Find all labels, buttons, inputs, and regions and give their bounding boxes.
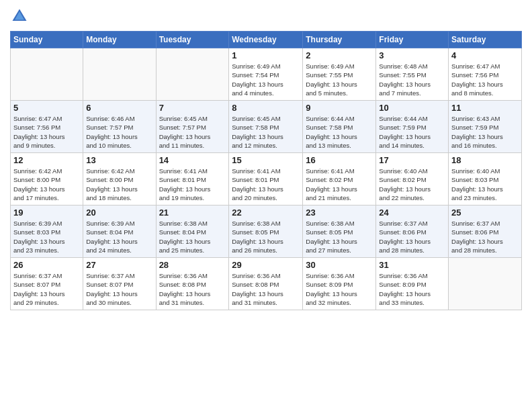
- day-number: 7: [159, 103, 226, 113]
- day-info: Sunrise: 6:38 AM Sunset: 8:05 PM Dayligh…: [306, 219, 373, 255]
- calendar-cell: 28Sunrise: 6:36 AM Sunset: 8:08 PM Dayli…: [156, 258, 229, 310]
- calendar-cell: 13Sunrise: 6:42 AM Sunset: 8:00 PM Dayli…: [83, 153, 156, 205]
- calendar-cell: 31Sunrise: 6:36 AM Sunset: 8:09 PM Dayli…: [376, 258, 449, 310]
- calendar-cell: 29Sunrise: 6:36 AM Sunset: 8:08 PM Dayli…: [229, 258, 303, 310]
- calendar-cell: 16Sunrise: 6:41 AM Sunset: 8:02 PM Dayli…: [303, 153, 376, 205]
- day-number: 1: [232, 50, 300, 60]
- calendar-cell: [83, 48, 156, 101]
- day-header-wednesday: Wednesday: [229, 32, 303, 48]
- day-header-thursday: Thursday: [303, 32, 376, 48]
- day-info: Sunrise: 6:41 AM Sunset: 8:02 PM Dayligh…: [306, 167, 373, 202]
- day-number: 29: [232, 260, 300, 270]
- page: SundayMondayTuesdayWednesdayThursdayFrid…: [0, 0, 532, 411]
- calendar-cell: 12Sunrise: 6:42 AM Sunset: 8:00 PM Dayli…: [11, 153, 83, 205]
- day-info: Sunrise: 6:36 AM Sunset: 8:09 PM Dayligh…: [306, 271, 373, 307]
- day-info: Sunrise: 6:48 AM Sunset: 7:55 PM Dayligh…: [379, 62, 445, 97]
- day-header-saturday: Saturday: [449, 32, 522, 48]
- day-header-monday: Monday: [83, 32, 156, 48]
- day-info: Sunrise: 6:41 AM Sunset: 8:01 PM Dayligh…: [232, 167, 300, 202]
- logo: [10, 7, 32, 26]
- day-header-tuesday: Tuesday: [156, 32, 229, 48]
- calendar-cell: 2Sunrise: 6:49 AM Sunset: 7:55 PM Daylig…: [303, 48, 376, 101]
- day-info: Sunrise: 6:39 AM Sunset: 8:04 PM Dayligh…: [86, 219, 152, 255]
- day-number: 24: [379, 208, 445, 218]
- day-header-sunday: Sunday: [11, 32, 83, 48]
- calendar-cell: 14Sunrise: 6:41 AM Sunset: 8:01 PM Dayli…: [156, 153, 229, 205]
- calendar-cell: 3Sunrise: 6:48 AM Sunset: 7:55 PM Daylig…: [376, 48, 449, 101]
- day-info: Sunrise: 6:36 AM Sunset: 8:08 PM Dayligh…: [232, 271, 300, 307]
- day-info: Sunrise: 6:44 AM Sunset: 7:58 PM Dayligh…: [306, 114, 373, 150]
- day-info: Sunrise: 6:45 AM Sunset: 7:58 PM Dayligh…: [232, 114, 300, 150]
- day-number: 25: [451, 208, 519, 218]
- calendar-cell: 7Sunrise: 6:45 AM Sunset: 7:57 PM Daylig…: [156, 101, 229, 153]
- calendar-cell: 24Sunrise: 6:37 AM Sunset: 8:06 PM Dayli…: [376, 205, 449, 258]
- calendar-week-row: 19Sunrise: 6:39 AM Sunset: 8:03 PM Dayli…: [11, 205, 522, 258]
- calendar-cell: 4Sunrise: 6:47 AM Sunset: 7:56 PM Daylig…: [449, 48, 522, 101]
- day-info: Sunrise: 6:42 AM Sunset: 8:00 PM Dayligh…: [86, 167, 152, 202]
- day-number: 5: [13, 103, 80, 113]
- calendar-cell: [156, 48, 229, 101]
- calendar-cell: 22Sunrise: 6:38 AM Sunset: 8:05 PM Dayli…: [229, 205, 303, 258]
- day-info: Sunrise: 6:46 AM Sunset: 7:57 PM Dayligh…: [86, 114, 152, 150]
- day-info: Sunrise: 6:37 AM Sunset: 8:07 PM Dayligh…: [86, 271, 152, 307]
- day-number: 3: [379, 50, 445, 60]
- calendar-cell: 21Sunrise: 6:38 AM Sunset: 8:04 PM Dayli…: [156, 205, 229, 258]
- header: [10, 7, 522, 26]
- calendar-week-row: 12Sunrise: 6:42 AM Sunset: 8:00 PM Dayli…: [11, 153, 522, 205]
- calendar-cell: 5Sunrise: 6:47 AM Sunset: 7:56 PM Daylig…: [11, 101, 83, 153]
- day-info: Sunrise: 6:37 AM Sunset: 8:06 PM Dayligh…: [451, 219, 519, 255]
- day-number: 12: [13, 155, 80, 165]
- calendar-week-row: 1Sunrise: 6:49 AM Sunset: 7:54 PM Daylig…: [11, 48, 522, 101]
- day-number: 20: [86, 208, 152, 218]
- day-info: Sunrise: 6:44 AM Sunset: 7:59 PM Dayligh…: [379, 114, 445, 150]
- day-info: Sunrise: 6:49 AM Sunset: 7:54 PM Dayligh…: [232, 62, 300, 97]
- calendar-cell: 25Sunrise: 6:37 AM Sunset: 8:06 PM Dayli…: [449, 205, 522, 258]
- day-number: 11: [451, 103, 519, 113]
- calendar-cell: 1Sunrise: 6:49 AM Sunset: 7:54 PM Daylig…: [229, 48, 303, 101]
- day-info: Sunrise: 6:40 AM Sunset: 8:03 PM Dayligh…: [451, 167, 519, 202]
- day-number: 8: [232, 103, 300, 113]
- calendar-cell: 20Sunrise: 6:39 AM Sunset: 8:04 PM Dayli…: [83, 205, 156, 258]
- day-number: 28: [159, 260, 226, 270]
- day-info: Sunrise: 6:45 AM Sunset: 7:57 PM Dayligh…: [159, 114, 226, 150]
- day-number: 2: [306, 50, 373, 60]
- day-number: 22: [232, 208, 300, 218]
- calendar-cell: [11, 48, 83, 101]
- day-info: Sunrise: 6:43 AM Sunset: 7:59 PM Dayligh…: [451, 114, 519, 150]
- day-number: 4: [451, 50, 519, 60]
- day-info: Sunrise: 6:40 AM Sunset: 8:02 PM Dayligh…: [379, 167, 445, 202]
- day-header-friday: Friday: [376, 32, 449, 48]
- calendar-cell: 26Sunrise: 6:37 AM Sunset: 8:07 PM Dayli…: [11, 258, 83, 310]
- day-info: Sunrise: 6:36 AM Sunset: 8:09 PM Dayligh…: [379, 271, 445, 307]
- day-number: 19: [13, 208, 80, 218]
- day-number: 30: [306, 260, 373, 270]
- calendar-cell: 10Sunrise: 6:44 AM Sunset: 7:59 PM Dayli…: [376, 101, 449, 153]
- day-info: Sunrise: 6:38 AM Sunset: 8:04 PM Dayligh…: [159, 219, 226, 255]
- day-number: 26: [13, 260, 80, 270]
- calendar-table: SundayMondayTuesdayWednesdayThursdayFrid…: [10, 31, 522, 310]
- calendar-cell: 18Sunrise: 6:40 AM Sunset: 8:03 PM Dayli…: [449, 153, 522, 205]
- day-number: 27: [86, 260, 152, 270]
- day-number: 10: [379, 103, 445, 113]
- calendar-cell: 27Sunrise: 6:37 AM Sunset: 8:07 PM Dayli…: [83, 258, 156, 310]
- calendar-cell: 15Sunrise: 6:41 AM Sunset: 8:01 PM Dayli…: [229, 153, 303, 205]
- day-number: 15: [232, 155, 300, 165]
- day-info: Sunrise: 6:37 AM Sunset: 8:07 PM Dayligh…: [13, 271, 80, 307]
- calendar-week-row: 5Sunrise: 6:47 AM Sunset: 7:56 PM Daylig…: [11, 101, 522, 153]
- day-number: 21: [159, 208, 226, 218]
- day-info: Sunrise: 6:38 AM Sunset: 8:05 PM Dayligh…: [232, 219, 300, 255]
- day-info: Sunrise: 6:49 AM Sunset: 7:55 PM Dayligh…: [306, 62, 373, 97]
- calendar-cell: [449, 258, 522, 310]
- day-info: Sunrise: 6:36 AM Sunset: 8:08 PM Dayligh…: [159, 271, 226, 307]
- calendar-header-row: SundayMondayTuesdayWednesdayThursdayFrid…: [11, 32, 522, 48]
- day-number: 23: [306, 208, 373, 218]
- day-number: 31: [379, 260, 445, 270]
- logo-icon: [10, 7, 29, 26]
- day-number: 16: [306, 155, 373, 165]
- calendar-cell: 9Sunrise: 6:44 AM Sunset: 7:58 PM Daylig…: [303, 101, 376, 153]
- calendar-cell: 30Sunrise: 6:36 AM Sunset: 8:09 PM Dayli…: [303, 258, 376, 310]
- calendar-cell: 8Sunrise: 6:45 AM Sunset: 7:58 PM Daylig…: [229, 101, 303, 153]
- day-number: 17: [379, 155, 445, 165]
- calendar-cell: 19Sunrise: 6:39 AM Sunset: 8:03 PM Dayli…: [11, 205, 83, 258]
- calendar-cell: 6Sunrise: 6:46 AM Sunset: 7:57 PM Daylig…: [83, 101, 156, 153]
